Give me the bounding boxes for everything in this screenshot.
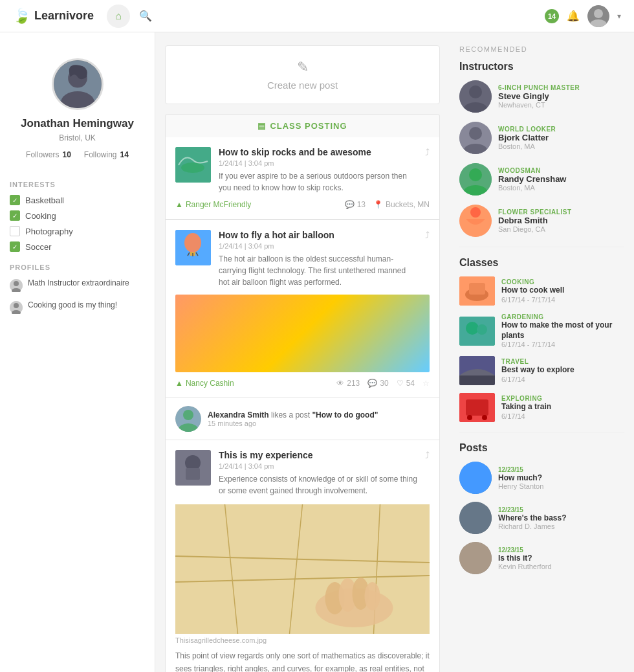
class-name-cooking[interactable]: How to cook well bbox=[501, 286, 624, 296]
cooking-checkbox[interactable]: ✓ bbox=[10, 210, 20, 221]
bell-icon[interactable]: 🔔 bbox=[567, 10, 580, 22]
brand-logo[interactable]: 🍃 Learnivore bbox=[13, 8, 94, 25]
instructor-location-debra: San Diego, CA bbox=[498, 225, 624, 233]
create-post-box[interactable]: ✎ Create new post bbox=[165, 45, 440, 104]
post-author-skip[interactable]: ▲ Ranger McFriendly bbox=[175, 200, 251, 209]
svg-point-61 bbox=[459, 502, 492, 534]
svg-point-38 bbox=[469, 85, 482, 98]
instructor-tag-bjork: WORLD LOOKER bbox=[498, 126, 624, 133]
post-share-icon[interactable]: ⤴ bbox=[425, 147, 430, 157]
post-title-skip[interactable]: How to skip rocks and be awesome bbox=[219, 147, 417, 157]
profile-math-text: Math Instructor extraordinaire bbox=[28, 278, 129, 289]
nav-right: 14 🔔 ▾ bbox=[545, 5, 621, 27]
recommended-label: RECOMMENDED bbox=[459, 45, 624, 53]
post-stats-balloon: 👁 213 💬 30 ♡ 54 ☆ bbox=[336, 379, 430, 388]
leaf-icon: 🍃 bbox=[13, 8, 30, 25]
svg-point-62 bbox=[459, 542, 492, 574]
instructors-heading: Instructors bbox=[459, 61, 624, 73]
profile-math[interactable]: Math Instructor extraordinaire bbox=[10, 278, 145, 292]
class-name-gardening[interactable]: How to make the most of your plants bbox=[501, 320, 624, 341]
soccer-label: Soccer bbox=[25, 242, 51, 252]
notification-badge[interactable]: 14 bbox=[545, 9, 559, 23]
post-share-balloon-icon[interactable]: ⤴ bbox=[425, 230, 430, 240]
post-right-isthis: 12/23/15 Is this it? Kevin Rutherford bbox=[459, 542, 624, 574]
post-excerpt-skip: If you ever aspire to be a serious outdo… bbox=[219, 170, 417, 194]
profile-name: Jonathan Hemingway bbox=[10, 117, 145, 131]
home-nav-button[interactable]: ⌂ bbox=[107, 5, 130, 28]
post-date-right-2: 12/23/15 bbox=[498, 506, 624, 513]
post-excerpt-exp: Experience consists of knowledge of or s… bbox=[219, 473, 417, 497]
views-stat-balloon: 👁 213 bbox=[336, 379, 360, 388]
svg-point-41 bbox=[469, 127, 482, 140]
posts-list-right: 12/23/15 How much? Henry Stanton 12/23/1… bbox=[459, 462, 624, 574]
activity-post-title[interactable]: "How to do good" bbox=[312, 410, 378, 420]
post-skip-rocks: How to skip rocks and be awesome 1/24/14… bbox=[165, 137, 440, 219]
post-date-right-3: 12/23/15 bbox=[498, 546, 624, 554]
class-name-travel[interactable]: Best way to explore bbox=[501, 365, 624, 375]
cooking-label: Cooking bbox=[25, 211, 56, 221]
post-info: How to skip rocks and be awesome 1/24/14… bbox=[219, 147, 417, 194]
interest-photography[interactable]: Photography bbox=[10, 226, 145, 236]
post-thumb-exp bbox=[175, 450, 211, 486]
class-info-gardening: GARDENING How to make the most of your p… bbox=[501, 313, 624, 348]
class-posting-tab[interactable]: ▤ CLASS POSTING bbox=[165, 114, 440, 137]
author-icon-balloon: ▲ bbox=[175, 379, 183, 388]
right-sidebar: RECOMMENDED Instructors 6-INCH PUNCH MAS… bbox=[450, 32, 634, 672]
activity-card: Alexandra Smith likes a post "How to do … bbox=[165, 398, 440, 440]
instructor-name-debra[interactable]: Debra Smith bbox=[498, 216, 624, 225]
post-author-balloon[interactable]: ▲ Nancy Cashin bbox=[175, 379, 234, 388]
class-gardening: GARDENING How to make the most of your p… bbox=[459, 313, 624, 348]
interests-title: INTERESTS bbox=[10, 181, 145, 188]
basketball-checkbox[interactable]: ✓ bbox=[10, 195, 20, 205]
post-title-right-2[interactable]: Where's the bass? bbox=[498, 513, 624, 522]
instructor-name-bjork[interactable]: Bjork Clatter bbox=[498, 133, 624, 142]
search-nav-button[interactable]: 🔍 bbox=[134, 5, 157, 28]
post-footer-skip: ▲ Ranger McFriendly 💬 13 📍 Buckets, MN bbox=[175, 200, 430, 209]
instructor-location-bjork: Boston, MA bbox=[498, 142, 624, 150]
comments-stat: 💬 13 bbox=[345, 200, 366, 209]
class-thumb-travel bbox=[459, 356, 495, 385]
post-title-exp[interactable]: This is my experience bbox=[219, 450, 417, 460]
edit-icon: ✎ bbox=[179, 59, 426, 76]
post-title-right-1[interactable]: How much? bbox=[498, 473, 624, 482]
left-sidebar: Jonathan Hemingway Bristol, UK Followers… bbox=[0, 32, 155, 672]
post-header-exp: This is my experience 1/24/14 | 3:04 pm … bbox=[175, 450, 430, 497]
class-thumb-train bbox=[459, 393, 495, 422]
svg-point-36 bbox=[365, 582, 380, 610]
interest-soccer[interactable]: ✓ Soccer bbox=[10, 241, 145, 252]
main-content: ✎ Create new post ▤ CLASS POSTING How to… bbox=[155, 32, 450, 672]
profile-cooking[interactable]: Cooking good is my thing! bbox=[10, 300, 145, 314]
post-info-exp: This is my experience 1/24/14 | 3:04 pm … bbox=[219, 450, 417, 497]
class-posting-label: CLASS POSTING bbox=[270, 121, 347, 131]
class-date-travel: 6/17/14 bbox=[501, 375, 624, 383]
class-train: EXPLORING Taking a train 6/17/14 bbox=[459, 393, 624, 422]
home-icon: ⌂ bbox=[115, 10, 122, 22]
instructor-avatar-randy bbox=[459, 163, 492, 196]
instructor-info-debra: FLOWER SPECIALIST Debra Smith San Diego,… bbox=[498, 208, 624, 233]
heart-icon: ♡ bbox=[397, 379, 404, 388]
activity-content: Alexandra Smith likes a post "How to do … bbox=[208, 410, 378, 427]
soccer-checkbox[interactable]: ✓ bbox=[10, 241, 20, 252]
instructor-name-steve[interactable]: Steve Gingly bbox=[498, 91, 624, 101]
instructors-list: 6-INCH PUNCH MASTER Steve Gingly Newhave… bbox=[459, 80, 624, 237]
instructor-name-randy[interactable]: Randy Crenshaw bbox=[498, 174, 624, 184]
profile-cooking-text: Cooking good is my thing! bbox=[28, 300, 117, 311]
star-icon[interactable]: ☆ bbox=[422, 379, 430, 388]
class-name-train[interactable]: Taking a train bbox=[501, 402, 624, 412]
interest-cooking[interactable]: ✓ Cooking bbox=[10, 210, 145, 221]
post-title-right-3[interactable]: Is this it? bbox=[498, 554, 624, 563]
class-tag-travel: TRAVEL bbox=[501, 358, 624, 365]
instructor-info-randy: WOODSMAN Randy Crenshaw Boston, MA bbox=[498, 167, 624, 192]
balloon-banner-image bbox=[175, 295, 430, 372]
post-title-balloon[interactable]: How to fly a hot air balloon bbox=[219, 230, 417, 240]
post-balloon: How to fly a hot air balloon 1/24/14 | 3… bbox=[165, 219, 440, 398]
photography-checkbox[interactable] bbox=[10, 226, 20, 236]
activity-user: Alexandra Smith bbox=[208, 410, 269, 420]
instructor-tag-steve: 6-INCH PUNCH MASTER bbox=[498, 84, 624, 91]
interest-basketball[interactable]: ✓ Basketball bbox=[10, 195, 145, 205]
post-share-exp-icon[interactable]: ⤴ bbox=[425, 450, 430, 460]
classes-heading: Classes bbox=[459, 257, 624, 269]
svg-rect-55 bbox=[459, 375, 495, 385]
user-avatar-nav[interactable] bbox=[587, 5, 609, 27]
dropdown-arrow-icon[interactable]: ▾ bbox=[617, 12, 621, 21]
